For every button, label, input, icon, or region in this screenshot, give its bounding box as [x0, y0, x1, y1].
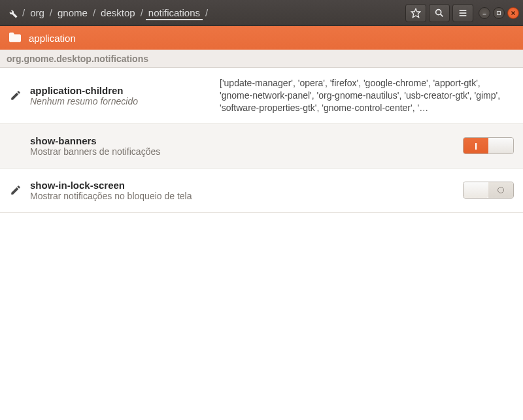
setting-key-column: show-in-lock-screen Mostrar notificações…: [30, 180, 213, 201]
breadcrumb-item-notifications[interactable]: notifications: [146, 6, 203, 20]
breadcrumb-sep: /: [48, 7, 54, 18]
setting-key: application-children: [30, 85, 213, 96]
setting-row-application-children[interactable]: application-children Nenhum resumo forne…: [0, 68, 523, 124]
toggle-show-banners[interactable]: I: [463, 137, 514, 154]
setting-row-show-in-lock-screen[interactable]: show-in-lock-screen Mostrar notificações…: [0, 169, 523, 213]
toggle-show-in-lock-screen[interactable]: [463, 182, 514, 199]
setting-key-column: show-banners Mostrar banners de notifica…: [30, 135, 213, 157]
menu-button[interactable]: [452, 4, 473, 22]
setting-key-column: application-children Nenhum resumo forne…: [30, 85, 213, 106]
search-button[interactable]: [429, 4, 450, 22]
settings-list: application-children Nenhum resumo forne…: [0, 68, 523, 213]
titlebar: / org / gnome / desktop / notifications …: [0, 0, 523, 26]
setting-row-show-banners[interactable]: show-banners Mostrar banners de notifica…: [0, 124, 523, 169]
schema-path: org.gnome.desktop.notifications: [0, 50, 523, 68]
maximize-button[interactable]: [493, 7, 505, 19]
svg-marker-0: [411, 8, 420, 17]
svg-line-2: [441, 14, 443, 16]
breadcrumb-item-gnome[interactable]: gnome: [55, 6, 90, 20]
toggle-knob: [464, 182, 488, 198]
toggle-knob: [488, 138, 513, 153]
breadcrumb-sep: /: [204, 7, 209, 18]
minimize-button[interactable]: [479, 7, 490, 19]
breadcrumb: / org / gnome / desktop / notifications …: [7, 6, 405, 20]
close-button[interactable]: [507, 7, 519, 19]
breadcrumb-sep: /: [92, 7, 97, 18]
breadcrumb-item-desktop[interactable]: desktop: [98, 6, 138, 20]
breadcrumb-item-org[interactable]: org: [27, 6, 47, 20]
folder-icon: [8, 31, 22, 45]
wrench-icon[interactable]: [7, 7, 18, 19]
svg-rect-7: [498, 11, 501, 14]
setting-summary: Mostrar notificações no bloqueio de tela: [30, 191, 213, 201]
setting-key: show-in-lock-screen: [30, 180, 213, 191]
toolbar-buttons: [405, 4, 473, 22]
svg-point-1: [436, 9, 441, 14]
setting-value: ['update-manager', 'opera', 'firefox', '…: [220, 77, 514, 114]
setting-key: show-banners: [30, 135, 213, 146]
modified-indicator: [8, 184, 24, 196]
toggle-on-label: I: [464, 138, 488, 153]
toggle-off-indicator: [488, 182, 513, 198]
setting-summary: Mostrar banners de notificações: [30, 146, 213, 157]
folder-bar[interactable]: application: [0, 26, 523, 50]
breadcrumb-sep: /: [21, 7, 26, 18]
folder-label: application: [29, 33, 76, 44]
window-controls: [479, 7, 519, 19]
schema-path-text: org.gnome.desktop.notifications: [7, 54, 148, 64]
setting-summary: Nenhum resumo fornecido: [30, 96, 213, 106]
bookmark-button[interactable]: [405, 4, 426, 22]
breadcrumb-sep: /: [139, 7, 144, 18]
modified-indicator: [8, 89, 24, 101]
